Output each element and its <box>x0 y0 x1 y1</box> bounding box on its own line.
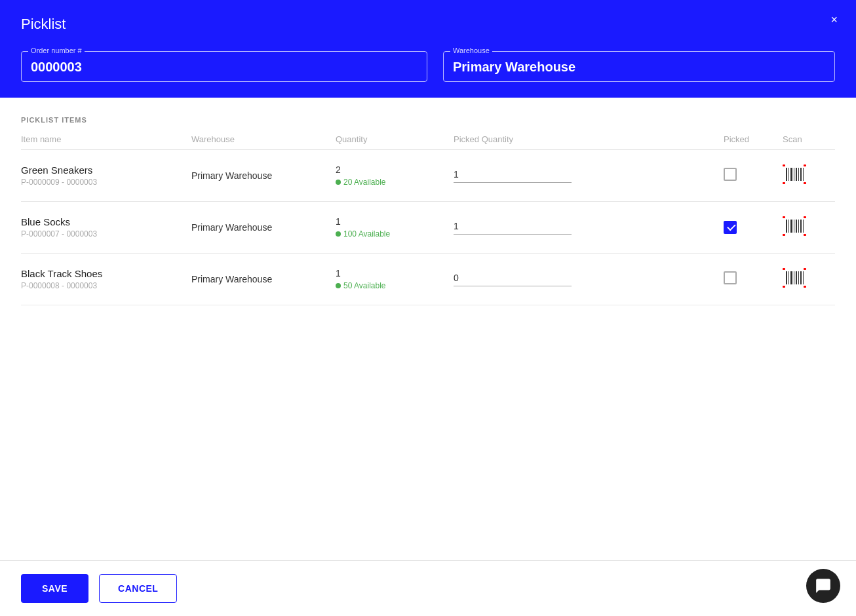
picked-cell-1[interactable] <box>724 168 783 183</box>
svg-rect-33 <box>798 271 799 284</box>
svg-rect-26 <box>783 286 785 288</box>
item-warehouse-2: Primary Warehouse <box>191 222 336 233</box>
scan-icon[interactable] <box>783 164 806 184</box>
svg-rect-14 <box>783 234 785 236</box>
svg-rect-20 <box>796 220 797 233</box>
item-quantity-3: 1 50 Available <box>336 268 454 290</box>
order-number-label: Order number # <box>28 47 85 54</box>
scan-icon[interactable] <box>783 216 806 236</box>
item-warehouse-3: Primary Warehouse <box>191 274 336 284</box>
picked-qty-cell-3 <box>454 272 724 286</box>
svg-rect-21 <box>798 220 799 233</box>
scan-cell-1[interactable] <box>783 164 835 187</box>
scan-icon[interactable] <box>783 268 806 288</box>
svg-rect-30 <box>790 271 792 284</box>
svg-rect-29 <box>788 271 789 284</box>
order-number-field: Order number # 0000003 <box>21 51 427 82</box>
col-picked: Picked <box>724 134 783 144</box>
picked-checkbox-3[interactable] <box>724 271 737 284</box>
warehouse-label: Warehouse <box>450 47 492 54</box>
footer: SAVE CANCEL <box>0 560 856 616</box>
close-button[interactable]: × <box>830 13 838 27</box>
table-row: Black Track Shoes P-0000008 - 0000003 Pr… <box>21 254 835 305</box>
picked-cell-3[interactable] <box>724 271 783 287</box>
svg-rect-8 <box>796 168 797 181</box>
picked-qty-cell-1 <box>454 168 724 183</box>
svg-rect-22 <box>800 220 802 233</box>
page-title: Picklist <box>21 16 835 33</box>
warehouse-value: Primary Warehouse <box>453 60 825 75</box>
picked-qty-input-3[interactable] <box>454 273 572 286</box>
picked-qty-cell-2 <box>454 220 724 235</box>
col-scan: Scan <box>783 134 835 144</box>
col-picked-quantity: Picked Quantity <box>454 134 724 144</box>
svg-rect-34 <box>800 271 802 284</box>
svg-rect-3 <box>804 182 806 184</box>
svg-rect-6 <box>790 168 792 181</box>
picked-checkbox-1[interactable] <box>724 168 737 181</box>
scan-cell-2[interactable] <box>783 216 835 239</box>
item-info-1: Green Sneakers P-0000009 - 0000003 <box>21 164 191 187</box>
chat-bubble-button[interactable] <box>806 569 840 603</box>
svg-rect-19 <box>794 220 794 233</box>
svg-rect-13 <box>804 216 806 218</box>
table-row: Green Sneakers P-0000009 - 0000003 Prima… <box>21 150 835 202</box>
chat-icon <box>815 577 832 594</box>
svg-rect-16 <box>786 220 787 233</box>
svg-rect-10 <box>800 168 802 181</box>
svg-rect-12 <box>783 216 785 218</box>
item-name-2: Blue Socks <box>21 216 191 227</box>
section-title: PICKLIST ITEMS <box>21 116 835 124</box>
svg-rect-5 <box>788 168 789 181</box>
svg-rect-28 <box>786 271 787 284</box>
svg-rect-1 <box>804 164 806 166</box>
item-name-3: Black Track Shoes <box>21 268 191 279</box>
picked-qty-input-2[interactable] <box>454 221 572 235</box>
save-button[interactable]: SAVE <box>21 574 88 603</box>
svg-rect-31 <box>794 271 794 284</box>
table-row: Blue Socks P-0000007 - 0000003 Primary W… <box>21 202 835 254</box>
svg-rect-9 <box>798 168 799 181</box>
item-name-1: Green Sneakers <box>21 164 191 176</box>
table-body: Green Sneakers P-0000009 - 0000003 Prima… <box>21 150 835 305</box>
svg-rect-15 <box>804 234 806 236</box>
svg-rect-2 <box>783 182 785 184</box>
item-sku-1: P-0000009 - 0000003 <box>21 178 191 187</box>
item-info-3: Black Track Shoes P-0000008 - 0000003 <box>21 268 191 290</box>
item-warehouse-1: Primary Warehouse <box>191 170 336 181</box>
content-area: PICKLIST ITEMS Item name Warehouse Quant… <box>0 98 856 305</box>
picked-qty-input-1[interactable] <box>454 169 572 183</box>
item-sku-3: P-0000008 - 0000003 <box>21 281 191 290</box>
svg-rect-7 <box>794 168 794 181</box>
svg-rect-17 <box>788 220 789 233</box>
item-sku-2: P-0000007 - 0000003 <box>21 229 191 239</box>
table-header: Item name Warehouse Quantity Picked Quan… <box>21 134 835 150</box>
page-header: Picklist × Order number # 0000003 Wareho… <box>0 0 856 98</box>
item-quantity-1: 2 20 Available <box>336 164 454 187</box>
col-quantity: Quantity <box>336 134 454 144</box>
col-item-name: Item name <box>21 134 191 144</box>
cancel-button[interactable]: CANCEL <box>99 574 177 603</box>
svg-rect-0 <box>783 164 785 166</box>
picked-cell-2[interactable] <box>724 221 783 234</box>
picked-checkbox-2[interactable] <box>724 221 737 234</box>
svg-rect-27 <box>804 286 806 288</box>
warehouse-field: Warehouse Primary Warehouse <box>443 51 835 82</box>
item-quantity-2: 1 100 Available <box>336 216 454 239</box>
svg-rect-11 <box>803 168 804 181</box>
svg-rect-25 <box>804 268 806 270</box>
svg-rect-4 <box>786 168 787 181</box>
scan-cell-3[interactable] <box>783 268 835 290</box>
order-number-value: 0000003 <box>31 60 418 75</box>
item-info-2: Blue Socks P-0000007 - 0000003 <box>21 216 191 239</box>
svg-rect-24 <box>783 268 785 270</box>
svg-rect-32 <box>796 271 797 284</box>
header-fields: Order number # 0000003 Warehouse Primary… <box>21 51 835 82</box>
svg-rect-18 <box>790 220 792 233</box>
svg-rect-35 <box>803 271 804 284</box>
svg-rect-23 <box>803 220 804 233</box>
col-warehouse: Warehouse <box>191 134 336 144</box>
